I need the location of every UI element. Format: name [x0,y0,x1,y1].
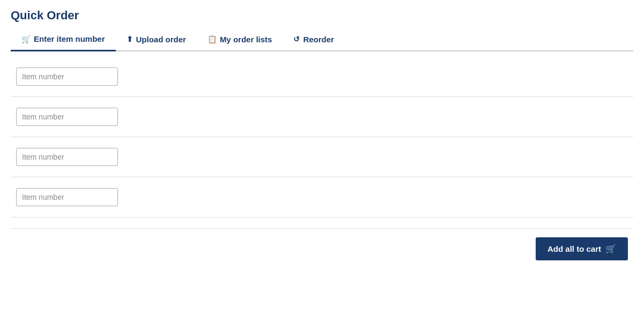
tab-enter-item[interactable]: 🛒 Enter item number [11,28,116,51]
add-all-label: Add all to cart [547,244,601,253]
tab-upload-order-label: Upload order [136,35,186,44]
tab-reorder-label: Reorder [303,35,334,44]
add-all-to-cart-button[interactable]: Add all to cart 🛒 [536,237,628,260]
item-number-input-3[interactable] [16,148,118,166]
tabs-container: 🛒 Enter item number ⬆ Upload order 📋 My … [11,28,633,51]
item-number-input-2[interactable] [16,108,118,126]
item-number-input-1[interactable] [16,68,118,86]
page-container: Quick Order 🛒 Enter item number ⬆ Upload… [0,0,644,278]
cart-icon: 🛒 [21,35,31,43]
page-title: Quick Order [11,9,633,22]
tab-reorder[interactable]: ↺ Reorder [283,28,345,50]
tab-my-order-lists[interactable]: 📋 My order lists [197,28,283,50]
tab-my-order-lists-label: My order lists [220,35,272,44]
reorder-icon: ↺ [293,35,300,43]
cart-icon-button: 🛒 [605,244,616,254]
upload-icon: ⬆ [127,35,133,43]
tab-enter-item-label: Enter item number [34,34,105,43]
list-icon: 📋 [208,35,217,43]
item-row-4 [11,177,633,218]
content-area [11,51,633,223]
item-row-3 [11,137,633,177]
item-row-1 [11,57,633,97]
item-row-2 [11,97,633,137]
tab-upload-order[interactable]: ⬆ Upload order [116,28,197,50]
footer-bar: Add all to cart 🛒 [11,228,633,269]
item-number-input-4[interactable] [16,188,118,206]
